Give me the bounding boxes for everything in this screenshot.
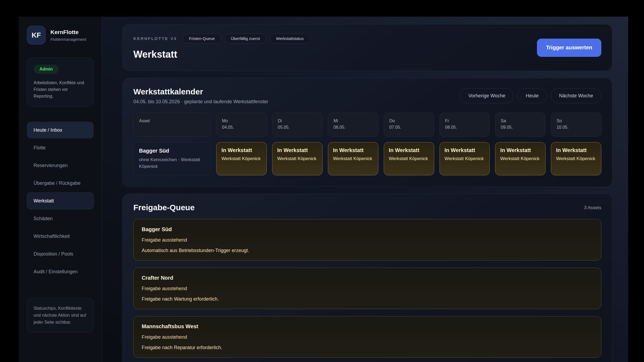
calendar-day-name: Do (389, 118, 429, 124)
page-title: Werkstatt (133, 49, 601, 60)
calendar-slot-status: In Werkstatt (500, 147, 540, 153)
calendar-day-name: Mi (334, 118, 373, 124)
calendar-day-name: Sa (501, 118, 540, 124)
calendar-day-date: 06.05. (334, 124, 373, 131)
sidebar-item-audit-einstellungen[interactable]: Audit / Einstellungen (27, 263, 94, 280)
release-queue-title: Freigabe-Queue (133, 203, 195, 212)
sidebar-item-label: Wirtschaftlichkeit (34, 234, 70, 239)
calendar-slot-cell[interactable]: In WerkstattWerkstatt Köpenick (551, 142, 601, 175)
header-chip-1[interactable]: Überfällig zuerst (225, 34, 266, 43)
release-queue-card[interactable]: Bagger SüdFreigabe ausstehendAutomatisch… (133, 219, 601, 261)
calendar-day-date: 07.05. (389, 124, 429, 131)
sidebar-item-label: Schäden (34, 216, 53, 221)
calendar-day-header: Di05.05. (272, 113, 323, 137)
calendar-day-name: Di (278, 118, 317, 124)
sidebar-item-label: Flotte (34, 145, 46, 151)
calendar-slot-location: Werkstatt Köpenick (333, 156, 373, 162)
sidebar-item-bergabe-r-ckgabe[interactable]: Übergabe / Rückgabe (27, 175, 94, 191)
calendar-asset-column-header: Asset (133, 113, 211, 137)
calendar-day-header: Do07.05. (384, 113, 434, 137)
calendar-slot-cell[interactable]: In WerkstattWerkstatt Köpenick (272, 142, 323, 175)
sidebar-item-disposition-pools[interactable]: Disposition / Pools (27, 246, 94, 262)
calendar-slot-cell[interactable]: In WerkstattWerkstatt Köpenick (384, 142, 434, 175)
calendar-asset-name: Bagger Süd (139, 148, 205, 154)
page-header-panel: KERNFLOTTE V3 Fristen-QueueÜberfällig zu… (122, 24, 612, 71)
calendar-day-date: 04.05. (222, 124, 261, 131)
main-content: KERNFLOTTE V3 Fristen-QueueÜberfällig zu… (102, 17, 628, 362)
calendar-subtitle: 04.05. bis 10.05.2026 · geplante und lau… (133, 99, 268, 105)
calendar-day-name: Fr (445, 118, 484, 124)
brand: KF KernFlotte Flottenmanagement (27, 26, 94, 45)
calendar-slot-cell[interactable]: In WerkstattWerkstatt Köpenick (328, 142, 378, 175)
week-nav-button-2[interactable]: Nächste Woche (551, 88, 601, 103)
sidebar-item-werkstatt[interactable]: Werkstatt (27, 193, 94, 209)
sidebar-item-label: Heute / Inbox (34, 127, 62, 133)
queue-note: Freigabe nach Reparatur erforderlich. (142, 345, 593, 350)
queue-asset-name: Crafter Nord (142, 275, 593, 281)
brand-name: KernFlotte (50, 29, 86, 35)
calendar-slot-status: In Werkstatt (445, 147, 485, 153)
queue-asset-name: Mannschaftsbus West (142, 323, 593, 330)
calendar-title: Werkstattkalender (133, 87, 268, 96)
calendar-slot-cell[interactable]: In WerkstattWerkstatt Köpenick (495, 142, 546, 175)
calendar-slot-status: In Werkstatt (221, 147, 262, 153)
header-chip-2[interactable]: Werkstattstatus (270, 34, 310, 43)
calendar-day-header: So10.05. (551, 113, 601, 137)
queue-status: Freigabe ausstehend (142, 286, 593, 291)
calendar-day-header: Sa09.05. (495, 113, 546, 137)
sidebar-item-sch-den[interactable]: Schäden (27, 210, 94, 227)
role-badge: Admin (34, 65, 59, 74)
role-note: Arbeitslisten, Konflikte und Fristen ste… (34, 80, 87, 99)
calendar-day-date: 09.05. (501, 124, 540, 131)
calendar-day-date: 08.05. (445, 124, 484, 131)
release-queue-count: 3 Assets (584, 205, 601, 210)
header-chip-0[interactable]: Fristen-Queue (183, 34, 221, 43)
calendar-slot-location: Werkstatt Köpenick (389, 156, 429, 162)
calendar-grid: AssetMo04.05.Di05.05.Mi06.05.Do07.05.Fr0… (133, 113, 601, 175)
sidebar-item-flotte[interactable]: Flotte (27, 139, 94, 156)
calendar-day-date: 10.05. (557, 124, 596, 131)
calendar-slot-location: Werkstatt Köpenick (500, 156, 540, 162)
calendar-day-header: Mi06.05. (328, 113, 378, 137)
release-queue-list: Bagger SüdFreigabe ausstehendAutomatisch… (133, 219, 601, 358)
calendar-slot-cell[interactable]: In WerkstattWerkstatt Köpenick (216, 142, 267, 175)
sidebar-item-label: Disposition / Pools (34, 251, 73, 257)
calendar-slot-status: In Werkstatt (277, 147, 317, 153)
calendar-slot-location: Werkstatt Köpenick (221, 156, 262, 162)
queue-asset-name: Bagger Süd (142, 226, 593, 232)
queue-note: Freigabe nach Wartung erforderlich. (142, 296, 593, 302)
queue-status: Freigabe ausstehend (142, 237, 593, 243)
header-chips: Fristen-QueueÜberfällig zuerstWerkstatts… (183, 34, 310, 43)
release-queue-card[interactable]: Crafter NordFreigabe ausstehendFreigabe … (133, 268, 601, 309)
queue-note: Automatisch aus Betriebsstunden-Trigger … (142, 248, 593, 253)
calendar-slot-cell[interactable]: In WerkstattWerkstatt Köpenick (440, 142, 490, 175)
sidebar-item-heute-inbox[interactable]: Heute / Inbox (27, 122, 94, 138)
trigger-evaluate-button[interactable]: Trigger auswerten (537, 39, 601, 57)
brand-logo: KF (27, 26, 46, 45)
app-version-label: KERNFLOTTE V3 (133, 36, 177, 41)
queue-status: Freigabe ausstehend (142, 334, 593, 340)
workshop-calendar-panel: Werkstattkalender 04.05. bis 10.05.2026 … (122, 78, 612, 187)
app-window: KF KernFlotte Flottenmanagement Admin Ar… (19, 17, 628, 362)
week-nav-button-0[interactable]: Vorherige Woche (460, 88, 514, 103)
sidebar-nav: Heute / InboxFlotteReservierungenÜbergab… (27, 122, 94, 280)
calendar-day-header: Fr08.05. (440, 113, 490, 137)
calendar-day-date: 05.05. (278, 124, 317, 131)
sidebar-item-label: Audit / Einstellungen (34, 269, 78, 275)
calendar-day-header: Mo04.05. (216, 113, 267, 137)
release-queue-panel: Freigabe-Queue 3 Assets Bagger SüdFreiga… (122, 194, 612, 362)
sidebar-footer-note: Statuschips, Konflikttexte und nächste A… (27, 298, 94, 333)
calendar-slot-location: Werkstatt Köpenick (556, 156, 596, 162)
sidebar-item-reservierungen[interactable]: Reservierungen (27, 157, 94, 174)
calendar-slot-status: In Werkstatt (333, 147, 373, 153)
calendar-day-name: So (557, 118, 596, 124)
week-nav-button-1[interactable]: Heute (517, 88, 547, 103)
sidebar-item-wirtschaftlichkeit[interactable]: Wirtschaftlichkeit (27, 228, 94, 245)
calendar-slot-status: In Werkstatt (556, 147, 596, 153)
calendar-slot-location: Werkstatt Köpenick (277, 156, 317, 162)
calendar-asset-cell: Bagger Südohne Kennzeichen · Werkstatt K… (133, 142, 211, 175)
calendar-asset-meta: ohne Kennzeichen · Werkstatt Köpenick (139, 157, 205, 170)
release-queue-card[interactable]: Mannschaftsbus WestFreigabe ausstehendFr… (133, 316, 601, 358)
sidebar-item-label: Reservierungen (34, 163, 68, 168)
brand-subtitle: Flottenmanagement (50, 37, 86, 42)
